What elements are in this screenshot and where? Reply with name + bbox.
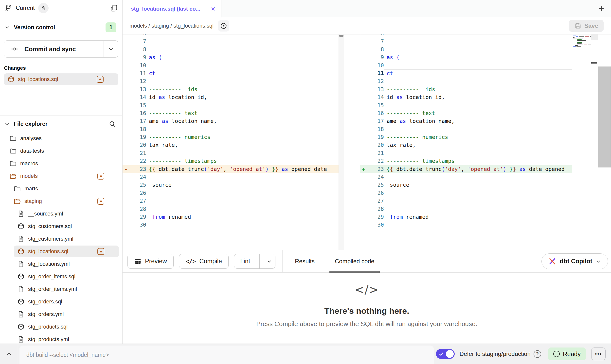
file-label: stg_orders.sql (28, 298, 62, 305)
new-tab-button[interactable]: + (596, 3, 607, 14)
code-line-22: 22---------- timestamps (123, 157, 339, 165)
code-line-24: 24 (123, 173, 339, 181)
command-input-box (19, 346, 434, 364)
tab-results[interactable]: Results (295, 250, 315, 272)
status-bar-controls: Defer to staging/production ? Ready ••• (436, 347, 606, 360)
tab-label: stg_locations.sql (last co... (131, 6, 208, 12)
changed-file-row[interactable]: stg_locations.sql (4, 73, 118, 85)
code-line-30: 30 (123, 221, 339, 229)
file-label: staging (24, 198, 42, 204)
code-line-13: 13---------- ids (123, 85, 339, 93)
file-icon (17, 311, 25, 318)
tab-compiled-code[interactable]: Compiled code (335, 250, 374, 272)
dbt-copilot-button[interactable]: dbt Copilot (541, 253, 608, 269)
defer-label: Defer to staging/production (460, 350, 531, 357)
lineage-button[interactable] (218, 20, 229, 32)
close-tab-icon[interactable]: × (211, 5, 215, 13)
folder-icon (14, 185, 21, 192)
minimap-scroll-indicator (591, 62, 597, 64)
diff-right-pane[interactable]: 6789as (1011ct1213---------- ids14id as … (360, 34, 572, 250)
expand-command-bar-button[interactable] (0, 344, 18, 364)
code-line-29: 29 from renamed (360, 213, 572, 221)
editor-scrollbar[interactable] (598, 34, 611, 250)
copy-branch-icon[interactable] (110, 4, 118, 12)
file-label: stg_order_items.yml (28, 286, 77, 292)
chevron-down-icon (4, 24, 10, 31)
commit-button-label: Commit and sync (24, 46, 76, 53)
git-branch-icon (4, 4, 12, 12)
commit-and-sync-button[interactable]: Commit and sync (4, 40, 118, 58)
compass-icon (220, 22, 227, 30)
commit-options-button[interactable] (104, 46, 118, 52)
folder-icon (9, 147, 17, 155)
left-pane-scrollbar[interactable] (339, 34, 344, 250)
minimap[interactable] (573, 34, 591, 47)
file-label: stg_products.yml (28, 336, 69, 343)
code-line-10: 10 (360, 62, 572, 69)
file-explorer-header[interactable]: File explorer (0, 120, 122, 128)
file-item-marts[interactable]: marts (0, 183, 122, 195)
file-label: __sources.yml (28, 211, 63, 217)
code-line-25: 25 source (123, 181, 339, 189)
save-label: Save (584, 22, 598, 29)
file-item-models[interactable]: models (0, 170, 122, 182)
file-label: macros (20, 160, 38, 167)
tab-stg_locations[interactable]: stg_locations.sql (last co... × (123, 0, 221, 17)
overflow-menu-button[interactable]: ••• (591, 347, 606, 360)
code-line-16: 16---------- text (123, 109, 339, 117)
empty-state-subtitle: Press Compile above to preview the SQL d… (256, 320, 477, 328)
file-item-data-tests[interactable]: data-tests (0, 145, 122, 157)
code-line-26: 26 (360, 189, 572, 197)
compile-button[interactable]: </> Compile (179, 254, 229, 269)
defer-toggle[interactable] (436, 349, 455, 359)
file-item-analyses[interactable]: analyses (0, 132, 122, 144)
file-item-stg_order_items.sql[interactable]: stg_order_items.sql (0, 271, 122, 282)
file-icon (17, 285, 25, 293)
file-item-stg_orders.sql[interactable]: stg_orders.sql (0, 296, 122, 308)
file-label: stg_customers.yml (28, 236, 73, 242)
file-item-stg_locations.yml[interactable]: stg_locations.yml (0, 258, 122, 270)
changes-count-badge: 1 (106, 22, 116, 32)
save-icon (575, 22, 581, 29)
file-item-stg_orders.yml[interactable]: stg_orders.yml (0, 308, 122, 320)
file-item-stg_order_items.yml[interactable]: stg_order_items.yml (0, 283, 122, 295)
breadcrumb[interactable]: models / staging / stg_locations.sql (129, 23, 214, 29)
help-icon[interactable]: ? (534, 350, 541, 358)
branch-name: Current (16, 5, 35, 11)
version-control-header[interactable]: Version control 1 (4, 23, 118, 32)
file-icon (17, 235, 25, 243)
preview-button[interactable]: Preview (127, 254, 174, 269)
diff-left-pane[interactable]: 6789as (1011ct1213---------- ids14id as … (123, 34, 339, 250)
file-item-stg_customers.sql[interactable]: stg_customers.sql (0, 220, 122, 232)
lint-button[interactable]: Lint (234, 254, 275, 269)
file-item-stg_customers.yml[interactable]: stg_customers.yml (0, 233, 122, 245)
search-icon[interactable] (108, 120, 116, 128)
connection-status-badge[interactable]: Ready (548, 347, 586, 360)
chevron-down-icon (4, 121, 10, 127)
file-item-stg_products.yml[interactable]: stg_products.yml (0, 333, 122, 344)
file-explorer-title: File explorer (14, 121, 48, 127)
save-button[interactable]: Save (569, 20, 604, 32)
modified-badge (97, 173, 104, 180)
code-icon: </> (186, 258, 196, 265)
code-line-29: 29 from renamed (123, 213, 339, 221)
code-line-12: 12 (360, 77, 572, 85)
lint-label: Lint (234, 254, 256, 268)
file-label: stg_locations.yml (28, 261, 70, 267)
file-tree: analyses data-tests macros models marts … (0, 132, 122, 344)
file-item-stg_products.sql[interactable]: stg_products.sql (0, 321, 122, 333)
modified-badge (97, 248, 104, 255)
lint-options-button[interactable] (263, 254, 275, 268)
version-control-title: Version control (14, 24, 55, 31)
file-item-staging[interactable]: staging (0, 195, 122, 207)
file-item-macros[interactable]: macros (0, 158, 122, 169)
command-input[interactable] (26, 351, 413, 359)
file-item-stg_locations.sql[interactable]: stg_locations.sql (14, 246, 119, 257)
code-line-7: 7 (123, 37, 339, 45)
model-icon (17, 323, 25, 331)
code-line-8: 8 (123, 46, 339, 53)
tab-bar: stg_locations.sql (last co... × + (123, 0, 611, 17)
code-line-10: 10 (123, 62, 339, 69)
folder-open-icon (14, 198, 21, 205)
file-item-__sources.yml[interactable]: __sources.yml (0, 208, 122, 220)
